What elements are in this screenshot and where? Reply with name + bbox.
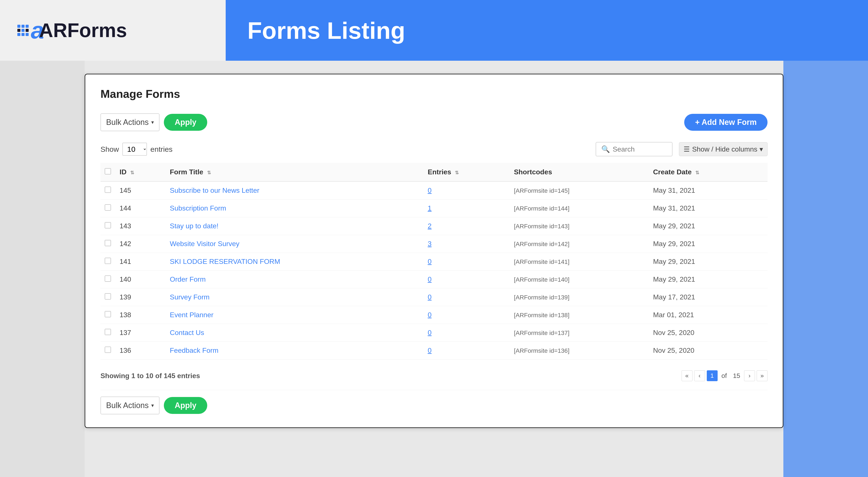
- row-checkbox[interactable]: [105, 276, 111, 282]
- main-card: Manage Forms Bulk Actions ▾ Apply + Add …: [85, 74, 783, 428]
- table-row: 140 Order Form 0 [ARFormsite id=140] May…: [100, 271, 768, 288]
- table-row: 138 Event Planner 0 [ARFormsite id=138] …: [100, 306, 768, 324]
- row-date: May 29, 2021: [649, 235, 768, 253]
- header-shortcodes: Shortcodes: [509, 163, 649, 181]
- prev-page-button[interactable]: ‹: [694, 370, 705, 381]
- date-text: May 17, 2021: [653, 293, 695, 301]
- row-shortcode: [ARFormsite id=137]: [509, 324, 649, 342]
- date-text: May 29, 2021: [653, 258, 695, 265]
- entries-link[interactable]: 2: [428, 222, 432, 230]
- add-new-form-button[interactable]: + Add New Form: [684, 114, 768, 131]
- row-entries: 0: [423, 253, 509, 271]
- pagination-row: Showing 1 to 10 of 145 entries « ‹ 1 of …: [100, 366, 768, 381]
- form-title-link[interactable]: Feedback Form: [170, 346, 219, 354]
- header-form-title[interactable]: Form Title ⇅: [165, 163, 423, 181]
- entries-link[interactable]: 0: [428, 293, 432, 301]
- row-shortcode: [ARFormsite id=142]: [509, 235, 649, 253]
- row-checkbox[interactable]: [105, 187, 111, 193]
- top-toolbar: Bulk Actions ▾ Apply + Add New Form: [100, 113, 768, 131]
- form-title-link[interactable]: Survey Form: [170, 293, 210, 301]
- row-entries: 1: [423, 200, 509, 217]
- form-title-link[interactable]: Contact Us: [170, 329, 204, 337]
- row-checkbox[interactable]: [105, 240, 111, 246]
- bottom-bulk-actions-dropdown[interactable]: Bulk Actions ▾: [100, 397, 159, 414]
- row-checkbox[interactable]: [105, 258, 111, 264]
- row-checkbox-cell: [100, 324, 115, 342]
- bulk-actions-dropdown[interactable]: Bulk Actions ▾: [100, 113, 159, 131]
- date-text: May 31, 2021: [653, 204, 695, 212]
- shortcode-text: [ARFormsite id=143]: [514, 223, 569, 230]
- row-checkbox[interactable]: [105, 222, 111, 228]
- current-page-button[interactable]: 1: [707, 370, 718, 381]
- row-title: Survey Form: [165, 288, 423, 306]
- entries-link[interactable]: 0: [428, 258, 432, 265]
- row-checkbox-cell: [100, 181, 115, 200]
- select-all-checkbox[interactable]: [105, 168, 111, 174]
- row-shortcode: [ARFormsite id=136]: [509, 342, 649, 360]
- bottom-chevron-down-icon: ▾: [151, 402, 154, 408]
- first-page-button[interactable]: «: [682, 370, 692, 381]
- row-entries: 3: [423, 235, 509, 253]
- bottom-apply-button[interactable]: Apply: [164, 397, 207, 414]
- page-title: Forms Listing: [247, 17, 405, 44]
- entries-link[interactable]: 0: [428, 346, 432, 354]
- sort-entries-icon: ⇅: [455, 170, 459, 176]
- entries-select[interactable]: 10 25 50 100: [122, 143, 147, 156]
- header-create-date[interactable]: Create Date ⇅: [649, 163, 768, 181]
- row-title: Stay up to date!: [165, 217, 423, 235]
- form-title-link[interactable]: Stay up to date!: [170, 222, 219, 230]
- form-title-link[interactable]: Website Visitor Survey: [170, 240, 240, 248]
- entries-link[interactable]: 0: [428, 186, 432, 194]
- entries-link[interactable]: 3: [428, 240, 432, 248]
- row-id: 138: [115, 306, 165, 324]
- row-shortcode: [ARFormsite id=143]: [509, 217, 649, 235]
- row-checkbox-cell: [100, 288, 115, 306]
- form-title-link[interactable]: Event Planner: [170, 311, 214, 319]
- entries-link[interactable]: 1: [428, 204, 432, 212]
- row-checkbox[interactable]: [105, 204, 111, 210]
- entries-label: entries: [150, 145, 173, 154]
- form-title-link[interactable]: Subscription Form: [170, 204, 226, 212]
- form-title-link[interactable]: SKI LODGE RESERVATION FORM: [170, 258, 280, 265]
- show-row-left: Show 10 25 50 100 entries: [100, 143, 173, 156]
- header-entries[interactable]: Entries ⇅: [423, 163, 509, 181]
- logo-section: a ARForms: [0, 0, 226, 61]
- row-title: Feedback Form: [165, 342, 423, 360]
- date-text: May 31, 2021: [653, 186, 695, 194]
- form-title-link[interactable]: Subscribe to our News Letter: [170, 186, 259, 194]
- entries-link[interactable]: 0: [428, 329, 432, 337]
- date-text: May 29, 2021: [653, 240, 695, 248]
- header-id[interactable]: ID ⇅: [115, 163, 165, 181]
- date-text: Nov 25, 2020: [653, 346, 694, 354]
- next-page-button[interactable]: ›: [744, 370, 755, 381]
- show-row: Show 10 25 50 100 entries 🔍 ☰ Show / Hid…: [100, 142, 768, 156]
- show-hide-columns-button[interactable]: ☰ Show / Hide columns ▾: [679, 142, 768, 156]
- showing-text: Showing 1 to 10 of 145 entries: [100, 372, 200, 380]
- form-title-link[interactable]: Order Form: [170, 275, 206, 283]
- entries-link[interactable]: 0: [428, 311, 432, 319]
- row-checkbox[interactable]: [105, 329, 111, 335]
- row-checkbox[interactable]: [105, 347, 111, 353]
- logo-dots: [18, 25, 29, 36]
- row-checkbox[interactable]: [105, 311, 111, 317]
- apply-button[interactable]: Apply: [164, 114, 207, 131]
- row-id: 137: [115, 324, 165, 342]
- row-shortcode: [ARFormsite id=141]: [509, 253, 649, 271]
- forms-table: ID ⇅ Form Title ⇅ Entries ⇅ Shortcodes C…: [100, 163, 768, 360]
- row-date: May 17, 2021: [649, 288, 768, 306]
- columns-icon: ☰: [684, 145, 690, 153]
- search-input[interactable]: [613, 145, 667, 153]
- row-date: May 29, 2021: [649, 271, 768, 288]
- row-entries: 0: [423, 271, 509, 288]
- shortcode-text: [ARFormsite id=141]: [514, 259, 569, 265]
- row-id: 142: [115, 235, 165, 253]
- date-text: Mar 01, 2021: [653, 311, 694, 319]
- bottom-toolbar: Bulk Actions ▾ Apply: [100, 390, 768, 414]
- table-row: 142 Website Visitor Survey 3 [ARFormsite…: [100, 235, 768, 253]
- entries-link[interactable]: 0: [428, 275, 432, 283]
- shortcode-text: [ARFormsite id=137]: [514, 330, 569, 336]
- title-section: Forms Listing: [226, 0, 868, 61]
- row-checkbox[interactable]: [105, 293, 111, 299]
- row-shortcode: [ARFormsite id=138]: [509, 306, 649, 324]
- last-page-button[interactable]: »: [757, 370, 768, 381]
